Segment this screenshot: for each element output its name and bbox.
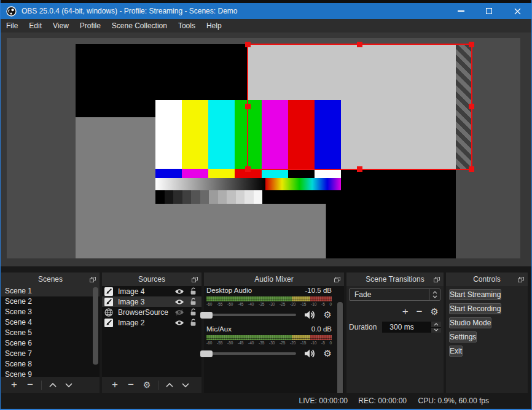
transition-select[interactable]: Fade: [349, 288, 440, 301]
resize-handle-bottom-middle[interactable]: [357, 166, 362, 172]
resize-handle-bottom-left[interactable]: [245, 166, 251, 172]
scene-transitions-header[interactable]: Scene Transitions: [346, 273, 444, 286]
move-scene-down-button[interactable]: [61, 383, 77, 387]
source-list-item[interactable]: Image 4: [102, 286, 201, 296]
remove-scene-button[interactable]: −: [22, 378, 38, 392]
sources-panel: Sources Image 4 Image 3: [102, 273, 201, 393]
exit-button[interactable]: Exit: [449, 346, 463, 357]
channel-name: Desktop Audio: [206, 287, 252, 295]
colorbars-gradient-row: [155, 178, 341, 190]
scene-list-item[interactable]: Scene 3: [1, 307, 100, 317]
source-list: Image 4 Image 3 BrowserSou: [102, 286, 201, 377]
lock-open-icon[interactable]: [190, 308, 197, 316]
controls-body: Start Streaming Start Recording Studio M…: [446, 286, 528, 393]
move-source-down-button[interactable]: [178, 383, 194, 387]
scene-list-item[interactable]: Scene 9: [1, 369, 100, 377]
duration-value: 300 ms: [389, 323, 413, 331]
source-black-rect-bottom-right[interactable]: [326, 169, 456, 258]
float-panel-icon[interactable]: [192, 277, 198, 282]
float-panel-icon[interactable]: [90, 277, 96, 282]
sources-header[interactable]: Sources: [102, 273, 201, 286]
volume-slider[interactable]: [206, 352, 296, 355]
remove-source-button[interactable]: −: [123, 378, 139, 392]
resize-handle-middle-right[interactable]: [469, 104, 474, 109]
close-button[interactable]: [503, 3, 531, 19]
menu-view[interactable]: View: [47, 21, 74, 30]
duration-spinbox[interactable]: 300 ms: [382, 322, 441, 333]
lock-open-icon[interactable]: [190, 287, 197, 295]
scenes-scrollbar[interactable]: [93, 287, 98, 365]
add-transition-button[interactable]: +: [402, 304, 409, 319]
controls-title: Controls: [473, 275, 501, 284]
speaker-icon[interactable]: [303, 349, 316, 358]
scene-list-item[interactable]: Scene 1: [1, 286, 100, 296]
resize-handle-top-left[interactable]: [245, 42, 251, 47]
selection-rectangle[interactable]: [247, 44, 472, 170]
float-panel-icon[interactable]: [518, 277, 524, 282]
scenes-header[interactable]: Scenes: [1, 273, 100, 286]
channel-settings-gear-icon[interactable]: ⚙: [324, 311, 332, 319]
source-properties-gear-icon[interactable]: ⚙: [139, 378, 155, 392]
controls-header[interactable]: Controls: [446, 273, 528, 286]
scene-list-item[interactable]: Scene 8: [1, 359, 100, 369]
start-recording-button[interactable]: Start Recording: [449, 303, 501, 314]
menu-file[interactable]: File: [1, 21, 23, 30]
add-source-button[interactable]: +: [107, 378, 123, 392]
visibility-eye-icon[interactable]: [174, 299, 184, 305]
menu-edit[interactable]: Edit: [23, 21, 47, 30]
duration-increase-button[interactable]: [431, 322, 441, 327]
add-scene-button[interactable]: +: [6, 378, 22, 392]
channel-settings-gear-icon[interactable]: ⚙: [324, 349, 332, 358]
scene-transitions-panel: Scene Transitions Fade + − ⚙ Durat: [346, 273, 444, 393]
source-list-item[interactable]: BrowserSource: [102, 307, 201, 317]
mixer-scrollbar[interactable]: [337, 302, 343, 399]
transition-properties-gear-icon[interactable]: ⚙: [431, 304, 439, 319]
chevron-down-icon: [182, 383, 189, 387]
visibility-eye-icon[interactable]: [174, 320, 184, 326]
scene-list-item[interactable]: Scene 6: [1, 338, 100, 349]
source-list-item[interactable]: Image 2: [102, 317, 201, 328]
scene-list-item[interactable]: Scene 7: [1, 349, 100, 359]
visibility-eye-slash-icon[interactable]: [174, 309, 184, 315]
controls-panel: Controls Start Streaming Start Recording…: [446, 273, 528, 393]
volume-slider-handle[interactable]: [200, 312, 213, 319]
visibility-eye-icon[interactable]: [174, 288, 184, 295]
resize-handle-middle-left[interactable]: [245, 104, 251, 109]
source-label: Image 2: [118, 319, 144, 327]
duration-decrease-button[interactable]: [431, 328, 441, 333]
combo-arrows[interactable]: [429, 289, 440, 300]
lock-open-icon[interactable]: [190, 319, 197, 327]
move-source-up-button[interactable]: [162, 383, 178, 387]
resize-handle-top-right[interactable]: [469, 42, 474, 47]
speaker-icon[interactable]: [303, 310, 316, 320]
scene-list-item[interactable]: Scene 2: [1, 296, 100, 307]
resize-handle-bottom-right[interactable]: [469, 166, 474, 172]
float-panel-icon[interactable]: [334, 277, 340, 282]
maximize-button[interactable]: [475, 3, 503, 19]
lock-open-icon[interactable]: [190, 298, 197, 306]
scenes-toolbar: + −: [1, 377, 100, 393]
settings-button[interactable]: Settings: [449, 331, 477, 342]
preview-canvas[interactable]: [7, 38, 520, 258]
start-streaming-button[interactable]: Start Streaming: [449, 289, 501, 300]
remove-transition-button[interactable]: −: [417, 304, 423, 319]
audio-mixer-header[interactable]: Audio Mixer: [204, 273, 344, 286]
channel-name: Mic/Aux: [206, 325, 232, 334]
scene-list-item[interactable]: Scene 4: [1, 317, 100, 328]
volume-slider-handle[interactable]: [200, 350, 213, 357]
grayscale-gradient: [155, 178, 265, 190]
titlebar[interactable]: OBS 25.0.4 (64-bit, windows) - Profile: …: [1, 3, 531, 19]
float-panel-icon[interactable]: [434, 277, 440, 282]
volume-slider[interactable]: [206, 314, 296, 316]
scene-list-item[interactable]: Scene 5: [1, 328, 100, 338]
menu-help[interactable]: Help: [201, 21, 227, 30]
menu-scene-collection[interactable]: Scene Collection: [106, 21, 173, 30]
minimize-button[interactable]: [447, 3, 475, 19]
move-scene-up-button[interactable]: [45, 383, 61, 387]
studio-mode-button[interactable]: Studio Mode: [449, 317, 491, 328]
preview-area: [1, 33, 531, 266]
source-list-item[interactable]: Image 3: [102, 296, 201, 307]
menu-profile[interactable]: Profile: [74, 21, 106, 30]
menu-tools[interactable]: Tools: [173, 21, 201, 30]
resize-handle-top-middle[interactable]: [357, 42, 362, 47]
